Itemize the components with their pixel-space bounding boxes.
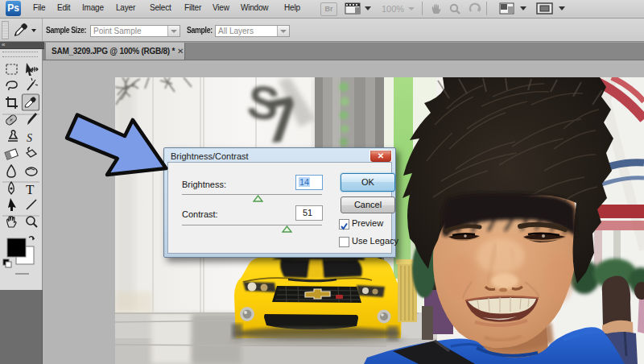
svg-text:S: S <box>27 132 32 144</box>
svg-text:T: T <box>26 182 35 197</box>
